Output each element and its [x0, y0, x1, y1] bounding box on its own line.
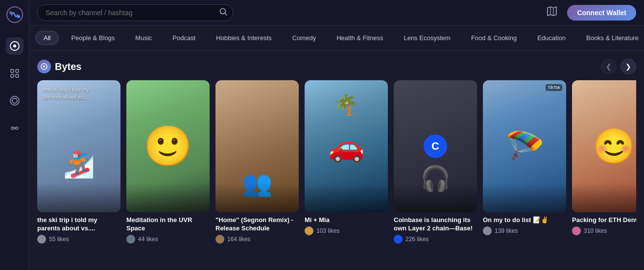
card-todo[interactable]: TikTok 🪂 On my to do list 📝✌ 139 likes	[483, 80, 566, 244]
card-ski-trip[interactable]: the ski trip i told myparents about vs..…	[37, 80, 120, 244]
avatar	[305, 226, 313, 235]
section-title: Bytes	[37, 60, 81, 73]
category-bar: All People & Blogs Music Podcast Hobbies…	[29, 25, 644, 51]
headset-figure: 🎧	[420, 164, 451, 193]
card-likes: 55 likes	[49, 236, 69, 243]
card-thumb-2: 🙂	[126, 80, 210, 212]
main-content: Connect Wallet All People & Blogs Music …	[29, 0, 644, 270]
svg-point-2	[17, 15, 20, 18]
card-thumb-1: the ski trip i told myparents about vs..…	[37, 80, 120, 212]
cat-tab-education[interactable]: Education	[529, 31, 574, 45]
card-title: the ski trip i told my parents about vs.…	[37, 216, 120, 233]
snowboarder-figure: 🏂	[63, 150, 95, 180]
card-likes: 310 likes	[584, 227, 607, 234]
card-thumb-7: 😊	[572, 80, 636, 212]
coinbase-logo: C	[424, 135, 447, 158]
avatar	[215, 235, 224, 244]
bytes-section-header: Bytes ❮ ❯	[37, 59, 636, 74]
cat-tab-people[interactable]: People & Blogs	[63, 31, 123, 45]
card-title: Mi + Mia	[305, 216, 388, 225]
card-meta: 44 likes	[126, 235, 210, 244]
svg-line-12	[225, 13, 227, 15]
cards-row: the ski trip i told myparents about vs..…	[37, 80, 636, 244]
skydive-figure: 🪂	[483, 80, 566, 212]
card-meta: 164 likes	[215, 235, 299, 244]
card-likes: 139 likes	[495, 227, 518, 234]
svg-marker-13	[548, 7, 556, 16]
svg-point-1	[9, 11, 12, 14]
avatar	[126, 235, 135, 244]
card-thumb-6: TikTok 🪂	[483, 80, 566, 212]
card-mi-mia[interactable]: 🚗 🌴 Mi + Mia 103 likes	[305, 80, 388, 244]
cat-tab-health[interactable]: Health & Fitness	[328, 31, 391, 45]
map-icon[interactable]	[543, 2, 561, 23]
cat-tab-music[interactable]: Music	[127, 31, 160, 45]
card-title: Meditation in the UVR Space	[126, 216, 210, 233]
svg-point-9	[10, 96, 19, 105]
content-area: Bytes ❮ ❯ the ski trip i told myparents …	[29, 51, 644, 270]
card-meta: 310 likes	[572, 226, 636, 235]
svg-rect-6	[16, 69, 19, 72]
sidebar-item-home[interactable]	[6, 37, 24, 55]
search-input[interactable]	[37, 4, 233, 21]
avatar	[483, 226, 492, 235]
sidebar-item-infinity[interactable]	[6, 119, 24, 137]
nav-arrows: ❮ ❯	[601, 59, 636, 74]
search-bar	[37, 4, 233, 21]
svg-point-10	[12, 98, 17, 103]
cat-tab-books[interactable]: Books & Literature	[578, 31, 644, 45]
palm-figure: 🌴	[334, 93, 358, 116]
cat-tab-hobbies[interactable]: Hobbies & Interests	[208, 31, 280, 45]
next-arrow[interactable]: ❯	[620, 59, 636, 74]
card-title: Packing for ETH Denver	[572, 216, 636, 225]
avatar	[572, 226, 581, 235]
card-thumb-3: 👥	[215, 80, 299, 212]
card-thumb-4: 🚗 🌴	[305, 80, 388, 212]
svg-rect-8	[16, 74, 19, 77]
app-logo[interactable]	[6, 6, 24, 23]
cat-tab-podcast[interactable]: Podcast	[164, 31, 204, 45]
sidebar-item-bytes[interactable]	[6, 65, 24, 82]
card-meta: 55 likes	[37, 235, 120, 244]
card-likes: 226 likes	[405, 236, 429, 243]
svg-rect-5	[11, 69, 14, 72]
card-thumb-5: C 🎧	[394, 80, 477, 212]
card-meta: 103 likes	[305, 226, 388, 235]
bytes-title: Bytes	[55, 61, 81, 72]
sidebar	[0, 0, 29, 270]
group-figure: 👥	[215, 80, 299, 212]
card-meditation[interactable]: 🙂 Meditation in the UVR Space 44 likes	[126, 80, 210, 244]
avatar	[37, 235, 46, 244]
cat-tab-food[interactable]: Food & Cooking	[463, 31, 525, 45]
avatar	[394, 235, 403, 244]
svg-rect-7	[11, 74, 14, 77]
card-title: "Home" (Segnon Remix) - Release Schedule	[215, 216, 299, 233]
prev-arrow[interactable]: ❮	[601, 59, 617, 74]
card-meta: 139 likes	[483, 226, 566, 235]
connect-wallet-button[interactable]: Connect Wallet	[567, 5, 636, 21]
card-home-remix[interactable]: 👥 "Home" (Segnon Remix) - Release Schedu…	[215, 80, 299, 244]
person-figure: 🙂	[126, 80, 210, 212]
card-likes: 164 likes	[227, 236, 250, 243]
search-icon	[219, 8, 227, 18]
cat-tab-lens[interactable]: Lens Ecosystem	[396, 31, 459, 45]
cat-tab-all[interactable]: All	[35, 31, 59, 45]
card-title: On my to do list 📝✌	[483, 216, 566, 225]
tiktok-badge: TikTok	[546, 84, 562, 91]
card-coinbase[interactable]: C 🎧 Coinbase is launching its own Layer …	[394, 80, 477, 244]
sidebar-item-explore[interactable]	[6, 92, 24, 110]
card-likes: 44 likes	[138, 236, 158, 243]
bytes-icon	[37, 60, 51, 73]
card-meta: 226 likes	[394, 235, 477, 244]
header: Connect Wallet	[29, 0, 644, 25]
svg-point-4	[13, 45, 16, 47]
person-smiling: 😊	[572, 80, 636, 212]
card-title: Coinbase is launching its own Layer 2 ch…	[394, 216, 477, 233]
card-eth-denver[interactable]: 😊 Packing for ETH Denver 310 likes	[572, 80, 636, 244]
card-overlay-text: the ski trip i told myparents about vs..…	[43, 86, 89, 101]
svg-point-17	[43, 66, 45, 68]
cat-tab-comedy[interactable]: Comedy	[284, 31, 324, 45]
card-likes: 103 likes	[316, 227, 339, 234]
